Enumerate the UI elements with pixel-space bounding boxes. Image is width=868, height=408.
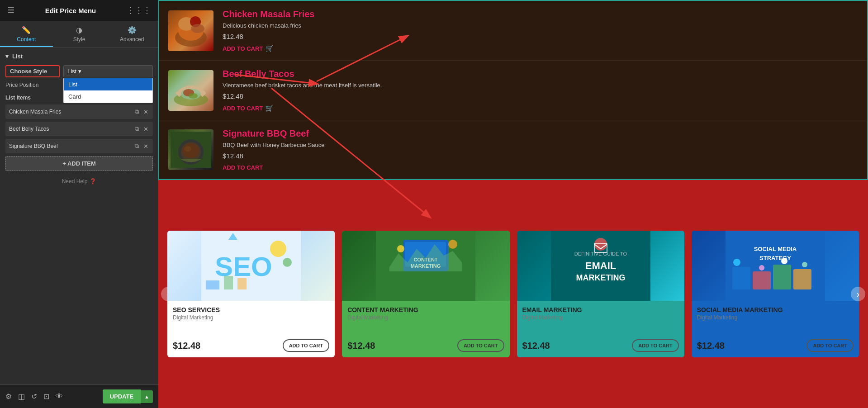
card-nav-right[interactable]: › [851, 287, 865, 301]
delete-btn-1[interactable]: ✕ [142, 125, 149, 133]
responsive-icon[interactable]: ⊡ [43, 392, 49, 401]
style-select[interactable]: List ▾ [63, 65, 153, 77]
svg-point-17 [184, 146, 191, 152]
price-menu-section: Chicken Masala Fries Delicious chicken m… [158, 0, 868, 180]
duplicate-btn-0[interactable]: ⧉ [134, 107, 140, 116]
content-icon: ✏️ [22, 26, 31, 34]
svg-point-48 [759, 265, 764, 270]
delete-btn-2[interactable]: ✕ [142, 142, 149, 151]
tab-content[interactable]: ✏️ Content [0, 21, 53, 47]
list-item-actions-2: ⧉ ✕ [134, 142, 149, 151]
add-item-button[interactable]: + ADD ITEM [5, 156, 153, 171]
menu-img-bbq [168, 129, 213, 170]
card-img-seo: SEO [167, 231, 335, 301]
card-subtitle-2: Digital Marketing [522, 314, 679, 321]
card-cart-btn-1[interactable]: ADD TO CART [457, 339, 504, 352]
list-item-name-1: Beef Belly Tacos [9, 126, 134, 132]
card-subtitle-3: Digital Marketing [697, 314, 854, 321]
section-label: List [12, 53, 23, 60]
menu-desc-1: Vientamese beef brisket tacos and the me… [223, 82, 858, 89]
card-body-0: SEO SERVICES Digital Marketing $12.48 AD… [167, 301, 335, 357]
menu-list-item-0: Chicken Masala Fries Delicious chicken m… [159, 1, 867, 61]
add-to-cart-2[interactable]: ADD TO CART [223, 164, 858, 171]
history-icon[interactable]: ↺ [31, 392, 37, 401]
cart-label-2: ADD TO CART [223, 164, 263, 171]
menu-desc-0: Delicious chicken masala fries [223, 22, 858, 29]
card-cart-label-2: ADD TO CART [638, 343, 673, 348]
svg-point-21 [283, 258, 292, 267]
svg-text:MARKETING: MARKETING [576, 273, 625, 282]
svg-point-8 [191, 24, 204, 33]
card-price-2: $12.48 [522, 341, 550, 351]
cart-label-0: ADD TO CART [223, 45, 263, 52]
tab-advanced[interactable]: ⚙️ Advanced [105, 21, 158, 47]
card-bottom-3: $12.48 ADD TO CART [697, 339, 854, 352]
menu-title-0: Chicken Masala Fries [223, 9, 858, 19]
option-list[interactable]: List [64, 78, 152, 90]
preview-icon[interactable]: 👁 [56, 392, 63, 401]
svg-rect-45 [773, 265, 791, 289]
collapse-icon[interactable]: ▾ [5, 53, 9, 60]
card-body-2: EMAIL MARKETING Digital Marketing $12.48… [517, 301, 684, 357]
add-item-label: + ADD ITEM [62, 160, 96, 167]
duplicate-btn-1[interactable]: ⧉ [134, 124, 140, 133]
svg-text:DEFINITIVE GUIDE TO: DEFINITIVE GUIDE TO [574, 251, 627, 256]
svg-rect-46 [793, 269, 811, 289]
choose-style-label: Choose Style [5, 65, 60, 77]
add-to-cart-1[interactable]: ADD TO CART 🛒 [223, 104, 858, 112]
style-select-value: List [67, 68, 76, 75]
duplicate-btn-2[interactable]: ⧉ [134, 142, 140, 151]
svg-rect-25 [237, 278, 247, 289]
menu-list-item-2: Signature BBQ Beef BBQ Beef with Honey B… [159, 120, 867, 179]
card-cart-btn-3[interactable]: ADD TO CART [806, 339, 854, 352]
svg-point-50 [802, 262, 807, 267]
card-body-1: CONTENT MARKETING Digital Marketing $12.… [342, 301, 509, 357]
card-bottom-1: $12.48 ADD TO CART [347, 339, 504, 352]
update-arrow-button[interactable]: ▲ [141, 390, 153, 403]
list-item: Beef Belly Tacos ⧉ ✕ [5, 122, 153, 136]
price-card-3: SOCIAL MEDIA STRATEGY SOCIAL MEDIA MARKE… [692, 231, 859, 357]
tab-content-label: Content [17, 36, 36, 43]
layers-icon[interactable]: ◫ [18, 392, 25, 401]
card-bottom-2: $12.48 ADD TO CART [522, 339, 679, 352]
footer-icons: ⚙ ◫ ↺ ⊡ 👁 [5, 392, 63, 401]
card-img-social: SOCIAL MEDIA STRATEGY [692, 231, 859, 301]
menu-desc-2: BBQ Beef with Honey Barbecue Sauce [223, 142, 858, 148]
card-title-3: SOCIAL MEDIA MARKETING [697, 306, 854, 313]
option-card[interactable]: Card [64, 90, 152, 103]
card-img-email: DEFINITIVE GUIDE TO EMAIL MARKETING [517, 231, 684, 301]
svg-rect-44 [753, 271, 771, 289]
card-cart-btn-0[interactable]: ADD TO CART [283, 339, 330, 352]
list-item: Chicken Masala Fries ⧉ ✕ [5, 104, 153, 119]
settings-icon[interactable]: ⚙ [5, 392, 12, 401]
need-help-label: Need Help [62, 178, 88, 185]
card-price-3: $12.48 [697, 341, 725, 351]
card-subtitle-0: Digital Marketing [173, 314, 329, 321]
price-card-1: CONTENT MARKETING CONTENT MARKETING Digi… [342, 231, 509, 357]
card-subtitle-1: Digital Marketing [347, 314, 504, 321]
help-icon[interactable]: ❓ [90, 178, 96, 185]
sidebar-header: ☰ Edit Price Menu ⋮⋮⋮ [0, 0, 158, 21]
section-header: ▾ List [5, 53, 153, 60]
menu-list-item-1: Beef Belly Tacos Vientamese beef brisket… [159, 61, 867, 120]
update-button[interactable]: UPDATE [103, 389, 141, 403]
menu-price-0: $12.48 [223, 33, 858, 40]
card-cart-btn-2[interactable]: ADD TO CART [632, 339, 679, 352]
menu-title-1: Beef Belly Tacos [223, 69, 858, 79]
delete-btn-0[interactable]: ✕ [142, 108, 149, 116]
hamburger-icon[interactable]: ☰ [7, 5, 14, 15]
list-item-actions-0: ⧉ ✕ [134, 107, 149, 116]
sidebar-body: ▾ List Choose Style List ▾ List Card Pri… [0, 47, 158, 384]
tab-style[interactable]: ◑ Style [53, 21, 106, 47]
svg-point-47 [733, 259, 740, 266]
card-body-3: SOCIAL MEDIA MARKETING Digital Marketing… [692, 301, 859, 357]
price-card-0: SEO SEO SERVICES Digital Marketing $12.4… [167, 231, 335, 357]
list-items-section: List Items Chicken Masala Fries ⧉ ✕ Beef… [5, 95, 153, 171]
card-section: ‹ SEO SEO SERVICES Digital Marketi [158, 180, 868, 408]
menu-img-tacos [168, 70, 213, 111]
tab-style-label: Style [73, 36, 85, 43]
grid-icon[interactable]: ⋮⋮⋮ [127, 5, 151, 15]
style-icon: ◑ [76, 26, 82, 34]
card-bottom-0: $12.48 ADD TO CART [173, 339, 329, 352]
add-to-cart-0[interactable]: ADD TO CART 🛒 [223, 45, 858, 52]
